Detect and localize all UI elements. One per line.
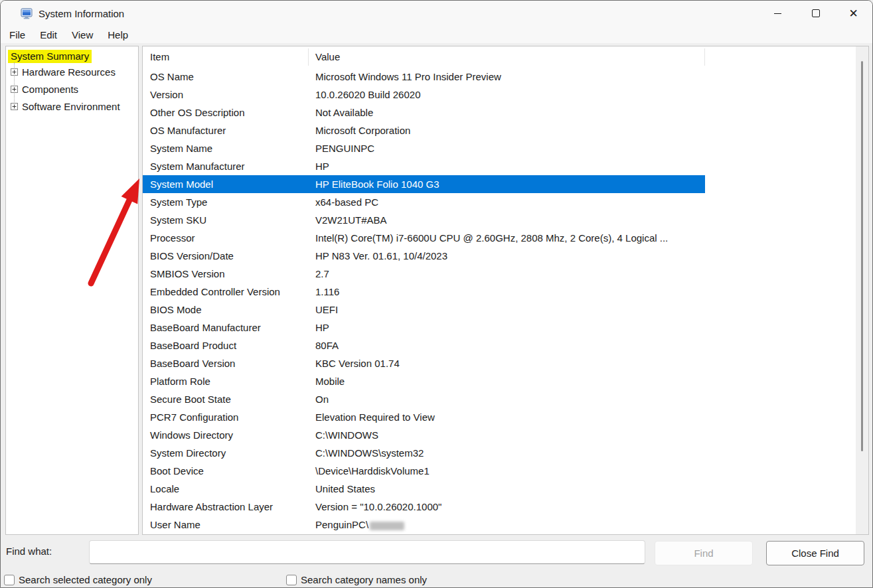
tree-item-label[interactable]: Hardware Resources (22, 66, 116, 78)
tree-item-components[interactable]: Components (6, 80, 138, 98)
system-summary-highlight[interactable]: System Summary (8, 50, 92, 63)
row-item: System Directory (143, 444, 309, 462)
tree-item-hardware-resources[interactable]: Hardware Resources (6, 63, 138, 80)
row-item: BIOS Version/Date (143, 247, 309, 265)
table-row[interactable]: BIOS ModeUEFI (143, 301, 705, 319)
tree-item-label[interactable]: Software Environment (22, 101, 120, 112)
row-value: 10.0.26020 Build 26020 (309, 86, 705, 104)
table-row[interactable]: System Typex64-based PC (143, 193, 705, 211)
close-button[interactable]: ✕ (834, 1, 872, 26)
row-value: UEFI (309, 301, 705, 319)
row-item: System Model (143, 175, 309, 193)
category-tree-panel: System Summary Hardware Resources Compon… (5, 46, 139, 535)
find-input[interactable] (89, 540, 645, 564)
tree-item-software-environment[interactable]: Software Environment (6, 98, 138, 115)
table-row[interactable]: System SKUV2W21UT#ABA (143, 211, 705, 229)
row-value: On (309, 390, 705, 408)
table-row[interactable]: System NamePENGUINPC (143, 139, 705, 157)
row-value: Mobile (309, 372, 705, 390)
close-find-button[interactable]: Close Find (766, 541, 864, 565)
redacted-username-blur (370, 522, 404, 530)
row-item: Processor (143, 229, 309, 247)
table-row[interactable]: BaseBoard ManufacturerHP (143, 319, 705, 336)
row-item: Version (143, 86, 309, 104)
tree-item-system-summary[interactable]: System Summary (6, 50, 138, 63)
table-row[interactable]: Platform RoleMobile (143, 372, 705, 390)
row-item: BaseBoard Manufacturer (143, 319, 309, 336)
vertical-scrollbar-track[interactable] (856, 46, 868, 534)
table-row-selected-system-model[interactable]: System ModelHP EliteBook Folio 1040 G3 (143, 175, 705, 193)
row-item: SMBIOS Version (143, 265, 309, 283)
table-row[interactable]: System DirectoryC:\WINDOWS\system32 (143, 444, 705, 462)
minimize-icon (774, 13, 781, 14)
table-row[interactable]: Version10.0.26020 Build 26020 (143, 86, 705, 104)
row-value: C:\WINDOWS (309, 426, 705, 444)
tree-item-label[interactable]: Components (22, 84, 78, 95)
content-area: System Summary Hardware Resources Compon… (1, 43, 872, 536)
row-item: User Name (143, 516, 309, 534)
table-row[interactable]: OS NameMicrosoft Windows 11 Pro Insider … (143, 68, 705, 86)
row-value: C:\WINDOWS\system32 (309, 444, 705, 462)
list-header: Item Value (143, 46, 868, 68)
row-value: KBC Version 01.74 (309, 354, 705, 372)
row-item: OS Name (143, 68, 309, 86)
menu-bar: File Edit View Help (1, 26, 872, 43)
table-row[interactable]: Other OS DescriptionNot Available (143, 104, 705, 121)
row-value: 80FA (309, 336, 705, 354)
table-row[interactable]: OS ManufacturerMicrosoft Corporation (143, 121, 705, 139)
row-item: Hardware Abstraction Layer (143, 498, 309, 516)
row-value: HP EliteBook Folio 1040 G3 (309, 175, 705, 193)
window-title: System Information (39, 8, 124, 19)
system-information-window: { "window": { "title": "System Informati… (0, 0, 873, 588)
checkbox-icon[interactable] (286, 575, 297, 585)
row-item: PCR7 Configuration (143, 408, 309, 426)
row-value: 2.7 (309, 265, 705, 283)
close-icon: ✕ (848, 8, 858, 19)
expand-plus-icon[interactable] (11, 86, 18, 93)
menu-edit[interactable]: Edit (33, 28, 64, 42)
minimize-button[interactable] (759, 1, 797, 26)
row-item: System Type (143, 193, 309, 211)
row-value: Version = "10.0.26020.1000" (309, 498, 705, 516)
find-what-label: Find what: (6, 546, 52, 557)
column-header-value[interactable]: Value (309, 48, 705, 66)
table-row[interactable]: SMBIOS Version2.7 (143, 265, 705, 283)
table-row[interactable]: Secure Boot StateOn (143, 390, 705, 408)
row-value: PENGUINPC (309, 139, 705, 157)
checkbox-icon[interactable] (4, 575, 15, 585)
table-row[interactable]: BaseBoard Product80FA (143, 336, 705, 354)
row-value: HP (309, 157, 705, 175)
title-bar: System Information ✕ (1, 1, 872, 26)
maximize-button[interactable] (797, 1, 834, 26)
table-row[interactable]: System ManufacturerHP (143, 157, 705, 175)
column-header-item[interactable]: Item (143, 48, 309, 66)
row-value: V2W21UT#ABA (309, 211, 705, 229)
table-row[interactable]: Boot Device\Device\HarddiskVolume1 (143, 462, 705, 480)
row-item: System Name (143, 139, 309, 157)
row-value: \Device\HarddiskVolume1 (309, 462, 705, 480)
table-row[interactable]: Embedded Controller Version1.116 (143, 283, 705, 301)
table-row[interactable]: ProcessorIntel(R) Core(TM) i7-6600U CPU … (143, 229, 705, 247)
search-category-names-option[interactable]: Search category names only (286, 574, 427, 585)
table-row[interactable]: Windows DirectoryC:\WINDOWS (143, 426, 705, 444)
row-value: Microsoft Windows 11 Pro Insider Preview (309, 68, 705, 86)
menu-view[interactable]: View (64, 28, 100, 42)
table-row[interactable]: LocaleUnited States (143, 480, 705, 498)
row-item: Windows Directory (143, 426, 309, 444)
row-item: Embedded Controller Version (143, 283, 309, 301)
row-value: x64-based PC (309, 193, 705, 211)
table-row[interactable]: BIOS Version/DateHP N83 Ver. 01.61, 10/4… (143, 247, 705, 265)
table-row-user-name[interactable]: User NamePenguinPC\ (143, 516, 705, 534)
row-value: HP N83 Ver. 01.61, 10/4/2023 (309, 247, 705, 265)
table-row[interactable]: BaseBoard VersionKBC Version 01.74 (143, 354, 705, 372)
table-row[interactable]: Hardware Abstraction LayerVersion = "10.… (143, 498, 705, 516)
menu-help[interactable]: Help (100, 28, 135, 42)
row-item: Boot Device (143, 462, 309, 480)
expand-plus-icon[interactable] (11, 68, 18, 76)
vertical-scrollbar-thumb[interactable] (861, 61, 863, 451)
menu-file[interactable]: File (2, 28, 33, 42)
search-selected-category-option[interactable]: Search selected category only (4, 574, 152, 585)
expand-plus-icon[interactable] (11, 103, 18, 110)
find-button[interactable]: Find (655, 541, 753, 565)
table-row[interactable]: PCR7 ConfigurationElevation Required to … (143, 408, 705, 426)
